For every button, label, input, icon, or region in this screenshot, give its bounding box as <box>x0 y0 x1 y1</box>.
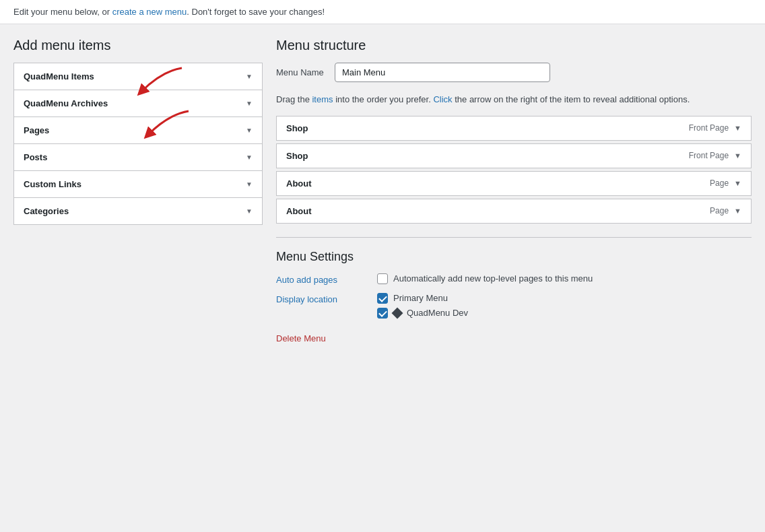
menu-items-list: Shop Front Page ▼ Shop Front Page ▼ Abou… <box>276 116 752 224</box>
display-location-label: Display location <box>276 293 364 304</box>
drag-hint: Drag the items into the order you prefer… <box>276 93 752 106</box>
main-content: Add menu items QuadMenu Items ▼ <box>0 24 765 357</box>
accordion-item-label-pages: Pages <box>24 125 49 135</box>
chevron-down-icon-2: ▼ <box>246 127 253 134</box>
chevron-down-icon-about-2: ▼ <box>734 207 741 215</box>
menu-item-type-about-1: Page <box>710 178 729 188</box>
menu-item-name-about-1: About <box>286 178 312 189</box>
menu-item-type-about-2: Page <box>710 206 729 215</box>
auto-add-pages-options: Automatically add new top-level pages to… <box>377 273 593 284</box>
menu-name-row: Menu Name <box>276 63 752 82</box>
quadmenu-dev-label: QuadMenu Dev <box>407 308 468 318</box>
delete-menu-link[interactable]: Delete Menu <box>276 333 326 343</box>
accordion-item-label-quadmenu-archives: QuadMenu Archives <box>24 98 108 108</box>
auto-add-pages-checkbox[interactable] <box>377 273 388 284</box>
diamond-icon <box>392 307 403 319</box>
menu-name-input[interactable] <box>335 63 550 82</box>
chevron-down-icon-about-1: ▼ <box>734 179 741 187</box>
menu-item-row[interactable]: Shop Front Page ▼ <box>276 116 752 141</box>
chevron-down-icon-shop-1: ▼ <box>734 124 741 132</box>
accordion-item-quadmenu-archives[interactable]: QuadMenu Archives ▼ <box>14 90 262 117</box>
accordion-item-quadmenu-items[interactable]: QuadMenu Items ▼ <box>14 63 262 90</box>
add-menu-items-title: Add menu items <box>13 38 263 53</box>
menu-settings-title: Menu Settings <box>276 250 752 264</box>
display-location-options: Primary Menu QuadMenu Dev <box>377 293 468 319</box>
menu-item-right-about-1: Page ▼ <box>710 178 741 188</box>
accordion-item-label-quadmenu-items: QuadMenu Items <box>24 71 94 81</box>
settings-divider <box>276 237 752 238</box>
drag-hint-click: Click <box>433 94 452 104</box>
primary-menu-checkbox[interactable] <box>377 293 388 304</box>
auto-add-pages-label: Auto add pages <box>276 273 364 285</box>
chevron-down-icon-4: ▼ <box>246 180 253 188</box>
accordion-item-categories[interactable]: Categories ▼ <box>14 198 262 224</box>
chevron-down-icon-3: ▼ <box>246 154 253 161</box>
notice-text: Edit your menu below, or <box>13 7 112 17</box>
menu-item-right-shop-2: Front Page ▼ <box>689 151 741 160</box>
menu-item-row[interactable]: About Page ▼ <box>276 199 752 224</box>
chevron-down-icon-shop-2: ▼ <box>734 152 741 160</box>
menu-item-name-shop-1: Shop <box>286 123 308 133</box>
menu-item-right-shop-1: Front Page ▼ <box>689 123 741 133</box>
quadmenu-dev-option-row: QuadMenu Dev <box>377 308 468 319</box>
menu-item-name-shop-2: Shop <box>286 151 308 161</box>
menu-item-row[interactable]: Shop Front Page ▼ <box>276 143 752 168</box>
create-new-menu-link[interactable]: create a new menu <box>112 7 187 17</box>
accordion-item-custom-links[interactable]: Custom Links ▼ <box>14 171 262 198</box>
left-panel: Add menu items QuadMenu Items ▼ <box>13 38 263 225</box>
chevron-down-icon-1: ▼ <box>246 100 253 107</box>
accordion-item-posts[interactable]: Posts ▼ <box>14 144 262 171</box>
chevron-down-icon-5: ▼ <box>246 207 253 215</box>
menu-item-name-about-2: About <box>286 206 312 216</box>
primary-menu-option-row: Primary Menu <box>377 293 468 304</box>
menu-structure-title: Menu structure <box>276 38 752 53</box>
menu-item-right-about-2: Page ▼ <box>710 206 741 215</box>
chevron-down-icon-0: ▼ <box>246 73 253 80</box>
accordion-item-label-categories: Categories <box>24 206 69 216</box>
notice-text-after: . Don't forget to save your changes! <box>187 7 325 17</box>
drag-hint-items: items <box>312 94 333 104</box>
top-notice: Edit your menu below, or create a new me… <box>0 0 765 24</box>
menu-item-type-shop-1: Front Page <box>689 123 729 133</box>
quadmenu-dev-checkbox[interactable] <box>377 308 388 319</box>
display-location-row: Display location Primary Menu QuadMenu D… <box>276 293 752 319</box>
auto-add-pages-option-label: Automatically add new top-level pages to… <box>393 273 593 284</box>
accordion-container: QuadMenu Items ▼ QuadMenu Archives ▼ Pag… <box>13 63 263 225</box>
auto-add-pages-row: Auto add pages Automatically add new top… <box>276 273 752 285</box>
accordion-item-pages[interactable]: Pages ▼ <box>14 117 262 144</box>
primary-menu-label: Primary Menu <box>393 293 448 303</box>
menu-item-type-shop-2: Front Page <box>689 151 729 160</box>
accordion-item-label-posts: Posts <box>24 152 47 162</box>
right-panel: Menu structure Menu Name Drag the items … <box>276 38 752 343</box>
menu-item-row[interactable]: About Page ▼ <box>276 171 752 196</box>
menu-name-label: Menu Name <box>276 67 327 77</box>
auto-add-pages-option-row: Automatically add new top-level pages to… <box>377 273 593 284</box>
accordion-item-label-custom-links: Custom Links <box>24 179 81 189</box>
